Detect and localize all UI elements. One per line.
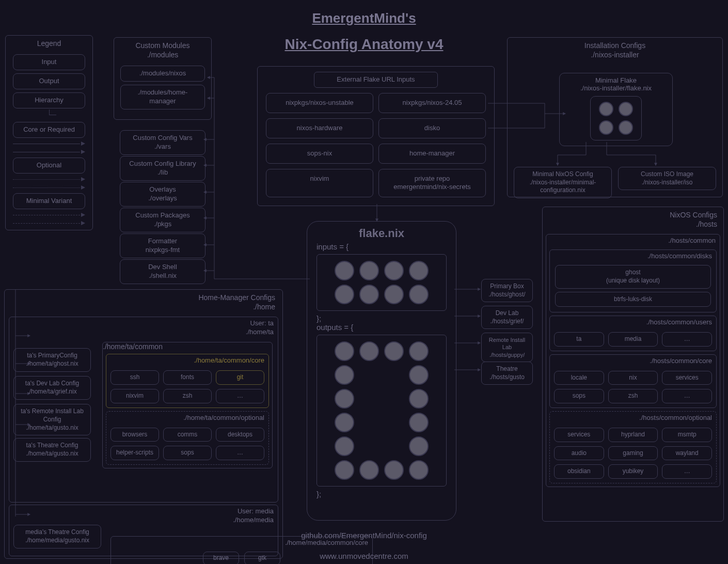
hosts-core-services: services xyxy=(662,371,712,385)
ext-nixos-hardware: nixos-hardware xyxy=(266,118,373,138)
ta-common-head: ./home/ta/common xyxy=(103,342,272,351)
hosts-opt-obsidian: obsidian xyxy=(554,464,604,479)
footer-site: www.unmovedcentre.com xyxy=(320,552,408,560)
arrow-solid-icon xyxy=(13,141,85,146)
user-ta-box: User: ta ./home/ta ta's PrimaryConfig ./… xyxy=(9,317,278,503)
ta-core-git: git xyxy=(216,370,264,385)
flake-circle-icon xyxy=(409,460,429,480)
hosts-opt-audio: audio xyxy=(554,446,604,461)
title-2: Nix-Config Anatomy v4 xyxy=(285,36,444,53)
ta-opt-helper: helper-scripts xyxy=(110,446,159,460)
user-media-head: User: media ./home/media xyxy=(9,505,278,527)
legend-hierarchy: Hierarchy xyxy=(13,92,85,108)
flake-circle-icon xyxy=(335,365,354,385)
ext-nixvim: nixvim xyxy=(266,169,373,198)
extra-formatter: Formatter nixpkgs-fmt xyxy=(120,233,205,258)
ta-core-head: ./home/ta/common/core xyxy=(106,354,268,366)
ta-optional-panel: ./home/ta/common/optional browsers comms… xyxy=(106,411,269,465)
ta-opt-comms: comms xyxy=(163,428,212,442)
custom-modules-head: Custom Modules ./modules xyxy=(114,38,211,62)
host-primary: Primary Box ./hosts/ghost/ xyxy=(481,279,533,302)
hosts-optional-panel: ./hosts/common/optional services hyprlan… xyxy=(549,411,717,483)
external-inputs-head: External Flake URL Inputs xyxy=(314,72,438,88)
flake-circle-icon xyxy=(359,460,379,480)
flake-circle-icon xyxy=(409,341,429,361)
hosts-opt-msmtp: msmtp xyxy=(662,428,712,442)
flake-circle-icon xyxy=(335,460,354,480)
home-panel: Home-Manager Configs ./home User: ta ./h… xyxy=(4,289,283,559)
module-nixos: ./modules/nixos xyxy=(120,66,205,82)
hosts-panel: NixOS Configs ./hosts ./hosts/common ./h… xyxy=(542,207,724,522)
hosts-opt-hyprland: hyprland xyxy=(608,428,658,442)
hosts-core-nix: nix xyxy=(608,371,658,385)
ta-opt-browsers: browsers xyxy=(110,428,159,442)
ext-nixpkgs-24-05: nixpkgs/nixos-24.05 xyxy=(378,93,486,113)
arrow-dashed-icon xyxy=(13,212,85,217)
ta-core-panel: ./home/ta/common/core ssh fonts git nixv… xyxy=(106,354,269,408)
flake-circle-icon xyxy=(409,436,429,456)
hierarchy-line-icon xyxy=(13,112,85,119)
ta-dev-cfg: ta's Dev Lab Config ./home/ta/grief.nix xyxy=(13,376,91,399)
flake-outputs-close: }; xyxy=(307,490,456,498)
hosts-head: NixOS Configs ./hosts xyxy=(543,207,723,232)
host-theatre: Theatre ./hosts/gusto xyxy=(481,362,533,385)
legend-core: Core or Required xyxy=(13,122,85,138)
flake-circle-icon xyxy=(384,341,404,361)
hosts-users-head: ./hosts/common/users xyxy=(550,316,716,328)
flake-circle-icon xyxy=(599,120,613,135)
user-ta-head: User: ta ./home/ta xyxy=(9,317,278,339)
minimal-flake-head: Minimal Flake ./nixos-installer/flake.ni… xyxy=(563,76,669,92)
flake-circle-icon xyxy=(409,365,429,385)
hosts-core-head: ./hosts/common/core xyxy=(550,355,716,367)
ext-home-manager: home-manager xyxy=(378,144,486,164)
ta-opt-desktops: desktops xyxy=(216,428,264,442)
extra-lib: Custom Config Library ./lib xyxy=(120,156,205,181)
flake-outputs-block xyxy=(316,335,447,487)
extra-shell: Dev Shell ./shell.nix xyxy=(120,259,205,284)
hosts-opt-gaming: gaming xyxy=(608,446,658,461)
title-1: EmergentMind's xyxy=(312,10,416,26)
ta-core-more: … xyxy=(216,389,264,403)
ta-core-ssh: ssh xyxy=(110,370,159,385)
flake-circle-icon xyxy=(409,285,429,304)
hosts-user-media: media xyxy=(608,332,658,347)
ta-opt-more: … xyxy=(216,446,264,460)
legend-output: Output xyxy=(13,73,85,89)
arrow-solid-icon xyxy=(13,149,85,154)
minimal-nixos-config: Minimal NixOS Config ./nixos-installer/m… xyxy=(514,167,612,198)
user-media-box: User: media ./home/media media's Theatre… xyxy=(9,505,278,556)
hosts-common-panel: ./hosts/common ./hosts/common/disks ghos… xyxy=(546,234,720,487)
install-panel: Installation Configs ./nixos-installer M… xyxy=(507,37,723,197)
flake-outputs-open: outputs = { xyxy=(307,323,456,332)
ta-remote-cfg: ta's Remote Install Lab Config ./home/ta… xyxy=(13,404,91,435)
flake-circle-icon xyxy=(335,413,354,432)
home-head: Home-Manager Configs ./home xyxy=(5,290,282,315)
ta-primary-cfg: ta's PrimaryConfig ./home/ta/ghost.nix xyxy=(13,348,91,371)
flake-circle-icon xyxy=(409,413,429,432)
flake-circle-icon xyxy=(384,460,404,480)
ta-core-zsh: zsh xyxy=(163,389,212,403)
flake-circle-icon xyxy=(335,261,354,280)
hosts-opt-wayland: wayland xyxy=(662,446,712,461)
flake-inputs-block xyxy=(316,254,447,311)
hosts-core-locale: locale xyxy=(554,371,604,385)
media-core-brave: brave xyxy=(203,552,239,564)
custom-iso-image: Custom ISO Image ./nixos-installer/iso xyxy=(618,167,716,190)
host-dev: Dev Lab ./hosts/grief/ xyxy=(481,306,533,329)
flake-circle-icon xyxy=(335,436,354,456)
media-theatre-cfg: media's Theatre Config ./home/media/gust… xyxy=(13,525,101,548)
flake-circle-icon xyxy=(359,341,379,361)
ta-optional-head: ./home/ta/common/optional xyxy=(106,412,268,424)
flake-circle-icon xyxy=(409,261,429,280)
minimal-flake-circles xyxy=(590,96,642,140)
ext-private-repo: private repo emergentmind/nix-secrets xyxy=(378,169,486,198)
module-home-manager: ./modules/home-manager xyxy=(120,85,205,109)
extra-vars: Custom Config Vars ./vars xyxy=(120,130,205,155)
extra-pkgs: Custom Packages ./pkgs xyxy=(120,208,205,232)
hosts-opt-yubikey: yubikey xyxy=(608,464,658,479)
host-remote: Remote Install Lab ./hosts/guppy/ xyxy=(481,333,533,362)
flake-circle-icon xyxy=(619,120,633,135)
media-core-gtk: gtk xyxy=(244,552,280,564)
arrow-dashed-icon xyxy=(13,221,85,226)
ext-nixpkgs-unstable: nixpkgs/nixos-unstable xyxy=(266,93,373,113)
